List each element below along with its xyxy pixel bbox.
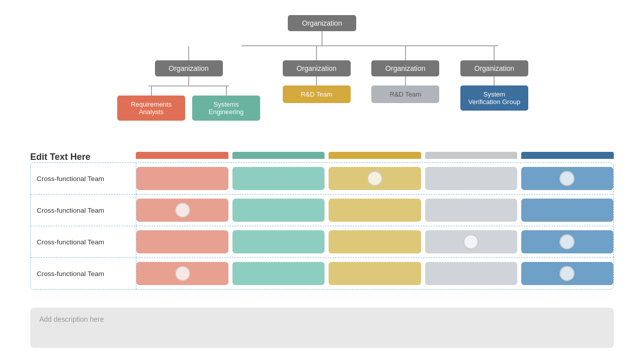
table-row: Cross-functional Team bbox=[31, 258, 613, 289]
matrix-section: Edit Text Here Cross-functional Team bbox=[30, 152, 614, 290]
cell-1-1[interactable] bbox=[232, 199, 325, 222]
level2-row: Organization Requirements Analysts Syste… bbox=[116, 46, 528, 121]
root-connector bbox=[321, 31, 323, 45]
sub-connector bbox=[316, 76, 317, 85]
circle-marker bbox=[175, 203, 190, 218]
leaf-node-2[interactable]: R&D Team bbox=[283, 85, 351, 103]
circle-marker bbox=[175, 266, 190, 281]
level2-col-3: Organization System Verification Group bbox=[460, 46, 528, 121]
sub-connector bbox=[494, 76, 495, 85]
cell-2-2[interactable] bbox=[329, 230, 421, 253]
matrix-header-row: Edit Text Here bbox=[30, 152, 614, 162]
sub-connector bbox=[188, 76, 189, 85]
col-header-2 bbox=[329, 152, 421, 159]
cell-2-4[interactable] bbox=[521, 230, 613, 253]
cell-2-3[interactable] bbox=[425, 230, 517, 253]
matrix-cells-3 bbox=[136, 258, 613, 289]
circle-marker bbox=[559, 171, 575, 186]
level2-node-0[interactable]: Organization bbox=[155, 60, 223, 76]
cell-1-3[interactable] bbox=[425, 199, 517, 222]
circle-marker bbox=[559, 234, 575, 249]
cell-3-3[interactable] bbox=[425, 262, 517, 285]
description-box[interactable]: Add description here bbox=[30, 308, 614, 348]
sub-hbar bbox=[148, 85, 229, 86]
col-header-4 bbox=[521, 152, 614, 159]
col-header-3 bbox=[425, 152, 518, 159]
sub-connector bbox=[405, 76, 406, 85]
cell-0-4[interactable] bbox=[521, 167, 613, 190]
cell-0-0[interactable] bbox=[136, 167, 228, 190]
matrix-cells-0 bbox=[136, 163, 613, 194]
cell-0-3[interactable] bbox=[425, 167, 517, 190]
leaf-node-1[interactable]: Systems Engineering bbox=[192, 96, 260, 121]
level2-node-3[interactable]: Organization bbox=[460, 60, 528, 76]
cell-2-0[interactable] bbox=[136, 230, 228, 253]
level3-row-0: Requirements Analysts Systems Engineerin… bbox=[117, 86, 260, 121]
matrix-header-label[interactable]: Edit Text Here bbox=[30, 152, 136, 162]
cell-1-0[interactable] bbox=[136, 199, 228, 222]
circle-marker bbox=[367, 171, 382, 186]
cell-2-1[interactable] bbox=[232, 230, 325, 253]
level2-col-2: Organization R&D Team bbox=[371, 46, 439, 121]
row-label-1: Cross-functional Team bbox=[31, 195, 136, 226]
connector bbox=[405, 46, 406, 60]
matrix-cells-1 bbox=[136, 195, 613, 226]
cell-3-2[interactable] bbox=[329, 262, 421, 285]
cell-3-4[interactable] bbox=[521, 262, 613, 285]
cell-1-4[interactable] bbox=[521, 199, 613, 222]
connector bbox=[494, 46, 495, 60]
table-row: Cross-functional Team bbox=[31, 226, 613, 258]
connector bbox=[316, 46, 317, 60]
row-label-0: Cross-functional Team bbox=[31, 163, 136, 194]
row-label-2: Cross-functional Team bbox=[31, 226, 136, 257]
matrix-rows: Cross-functional Team Cross-functional T… bbox=[30, 162, 614, 290]
col-header-1 bbox=[232, 152, 325, 159]
leaf-node-0[interactable]: Requirements Analysts bbox=[117, 96, 185, 121]
leaf-node-4[interactable]: System Verification Group bbox=[460, 85, 528, 111]
root-node[interactable]: Organization bbox=[288, 15, 356, 31]
connector bbox=[188, 46, 189, 60]
matrix-col-headers bbox=[136, 152, 614, 162]
col-header-0 bbox=[136, 152, 228, 159]
circle-marker bbox=[559, 266, 575, 281]
level2-node-2[interactable]: Organization bbox=[371, 60, 439, 76]
h-bar-level1 bbox=[242, 45, 498, 46]
description-text: Add description here bbox=[39, 315, 104, 323]
cell-3-0[interactable] bbox=[136, 262, 228, 285]
table-row: Cross-functional Team bbox=[31, 163, 613, 195]
cell-0-2[interactable] bbox=[329, 167, 421, 190]
leaf-node-3[interactable]: R&D Team bbox=[371, 85, 439, 103]
level2-col-0: Organization Requirements Analysts Syste… bbox=[116, 46, 262, 121]
cell-3-1[interactable] bbox=[232, 262, 325, 285]
level2-node-1[interactable]: Organization bbox=[283, 60, 351, 76]
cell-1-2[interactable] bbox=[329, 199, 421, 222]
org-chart: Organization Organization Requirement bbox=[0, 15, 644, 121]
matrix-cells-2 bbox=[136, 226, 613, 257]
level2-col-1: Organization R&D Team bbox=[283, 46, 351, 121]
table-row: Cross-functional Team bbox=[31, 195, 613, 226]
cell-0-1[interactable] bbox=[232, 167, 325, 190]
circle-marker bbox=[463, 234, 478, 249]
row-label-3: Cross-functional Team bbox=[31, 258, 136, 289]
